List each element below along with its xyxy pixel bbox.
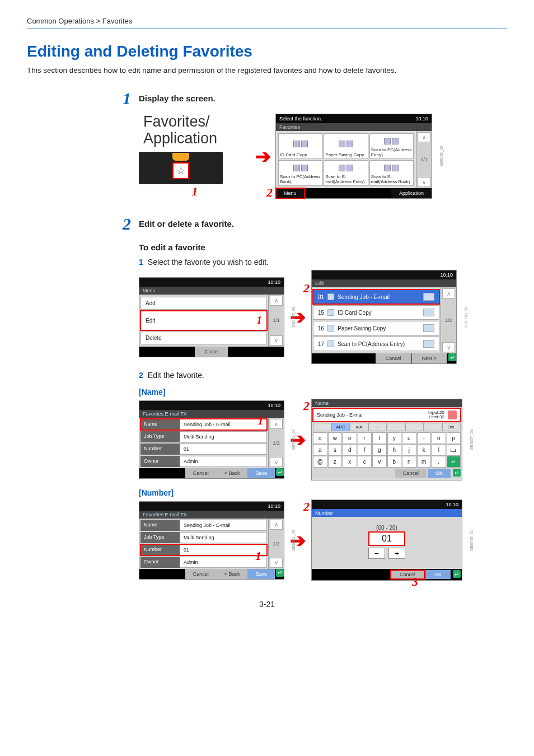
substep-2-text: Edit the favorite.	[148, 371, 204, 380]
scroll-down-icon[interactable]: ∨	[442, 342, 455, 352]
mode-blank2[interactable]	[405, 423, 424, 431]
scroll-down-icon[interactable]: ∨	[418, 177, 430, 187]
clear-icon[interactable]	[448, 410, 457, 419]
key-d[interactable]: d	[343, 444, 357, 456]
next-button[interactable]: Next >	[412, 353, 447, 363]
tile-scan-email-entry[interactable]: Scan to E-mail(Address Entry)	[324, 160, 368, 186]
edit-row-15[interactable]: 15ID Card Copy	[313, 305, 439, 320]
tile-scan-pc-book[interactable]: Scan to PC(Address Book)	[278, 160, 322, 186]
enter-icon: ↵	[453, 570, 461, 578]
key-n[interactable]: n	[402, 456, 416, 468]
key-h[interactable]: h	[387, 444, 402, 456]
application-button[interactable]: Application	[391, 188, 432, 198]
key-enter[interactable]: ↵	[447, 456, 461, 468]
menu-edit[interactable]: Edit1	[140, 311, 267, 330]
kb-input-row[interactable]: Sending Job - E-mail Input:20Limit:32	[313, 408, 461, 422]
kb-limit: Input:20Limit:32	[428, 410, 444, 419]
key-l[interactable]: l	[432, 444, 446, 456]
key-y[interactable]: y	[387, 432, 402, 444]
mode-right[interactable]: →	[387, 423, 405, 431]
key-q[interactable]: q	[313, 432, 327, 444]
scan-icon	[327, 340, 334, 347]
key-dot[interactable]: .	[432, 456, 446, 468]
edit-subbar: Edit	[312, 279, 456, 287]
mode-left[interactable]: ←	[368, 423, 387, 431]
mode-blank3[interactable]	[424, 423, 442, 431]
save-button[interactable]: Save	[247, 569, 275, 579]
plus-button[interactable]: +	[388, 548, 405, 559]
key-g[interactable]: g	[372, 444, 387, 456]
cancel-button[interactable]: Cancel	[185, 569, 217, 579]
tile-scan-email-book[interactable]: Scan to E-mail(Address Book)	[369, 160, 414, 186]
edit-row-01[interactable]: 01Sending Job - E-mail	[313, 290, 439, 304]
key-i[interactable]: i	[417, 432, 432, 444]
figure-id: GB0057_02	[470, 429, 474, 450]
num-display[interactable]: 01	[369, 532, 405, 545]
edit-row-16[interactable]: 16Paper Saving Copy	[313, 321, 439, 335]
key-p[interactable]: p	[447, 432, 461, 444]
key-o[interactable]: o	[432, 432, 446, 444]
num-ok-button[interactable]: OK	[425, 570, 451, 579]
key-x[interactable]: x	[343, 456, 357, 468]
key-f[interactable]: f	[358, 444, 372, 456]
back-button[interactable]: < Back	[217, 468, 248, 478]
kb-ok-button[interactable]: OK	[428, 469, 451, 478]
key-r[interactable]: r	[358, 432, 372, 444]
key-k[interactable]: k	[417, 444, 432, 456]
key-m[interactable]: m	[417, 456, 432, 468]
enter-icon: ↵	[448, 353, 456, 361]
kb-cancel-button[interactable]: Cancel	[395, 469, 427, 478]
scroll-up-icon[interactable]: ∧	[442, 288, 455, 298]
key-c[interactable]: c	[358, 456, 372, 468]
key-s[interactable]: s	[328, 444, 343, 456]
scroll-down-icon[interactable]: ∨	[270, 335, 283, 346]
tile-id-card-copy[interactable]: ID Card Copy	[278, 133, 322, 159]
prop-row-name[interactable]: NameSending Job - E-mail	[140, 520, 267, 531]
time: 10:10	[268, 279, 280, 285]
key-a[interactable]: a	[313, 444, 327, 456]
key-v[interactable]: v	[372, 456, 387, 468]
prop-row-jobtype[interactable]: Job TypeMulti Sending	[140, 532, 267, 543]
key-j[interactable]: j	[402, 444, 416, 456]
scroll-down-icon[interactable]: ∨	[270, 457, 283, 467]
scroll-up-icon[interactable]: ∧	[270, 419, 283, 429]
menu-delete[interactable]: Delete	[140, 332, 267, 344]
mode-abc[interactable]: ABC	[331, 423, 350, 431]
key-at[interactable]: @	[313, 456, 327, 468]
scroll-down-icon[interactable]: ∨	[270, 558, 283, 568]
key-e[interactable]: e	[343, 432, 357, 444]
tile-scan-pc-entry[interactable]: Scan to PC(Address Entry)	[369, 133, 414, 159]
prop-row-name[interactable]: NameSending Job - E-mail	[140, 419, 267, 430]
mode-blank[interactable]	[313, 423, 331, 431]
favorites-hw-button[interactable]: ☆	[173, 163, 189, 179]
tile-paper-saving-copy[interactable]: Paper Saving Copy	[324, 133, 368, 159]
num-cancel-button[interactable]: Cancel	[391, 570, 424, 579]
cancel-button[interactable]: Cancel	[185, 468, 217, 478]
mode-case[interactable]: a/A	[350, 423, 368, 431]
prop-row-number[interactable]: Number01	[140, 544, 267, 556]
save-button[interactable]: Save	[247, 468, 275, 478]
key-b[interactable]: b	[387, 456, 402, 468]
prop-row-owner[interactable]: OwnerAdmin	[140, 456, 267, 467]
prop-row-number[interactable]: Number01	[140, 444, 267, 455]
scroll-up-icon[interactable]: ∧	[270, 520, 283, 530]
close-button[interactable]: Close	[195, 347, 228, 357]
menu-add[interactable]: Add	[140, 297, 267, 310]
callout-2: 2	[303, 281, 310, 296]
prop-row-jobtype[interactable]: Job TypeMulti Sending	[140, 431, 267, 442]
back-button[interactable]: < Back	[217, 569, 248, 579]
edit-row-17[interactable]: 17Scan to PC(Address Entry)	[313, 337, 439, 351]
scroll-up-icon[interactable]: ∧	[270, 296, 283, 306]
cancel-button[interactable]: Cancel	[376, 353, 412, 363]
key-u[interactable]: u	[402, 432, 416, 444]
minus-button[interactable]: −	[368, 548, 385, 559]
key-space[interactable]: ⌴	[447, 444, 461, 456]
key-w[interactable]: w	[328, 432, 343, 444]
email-icon	[327, 293, 334, 300]
mode-del[interactable]: Del.	[442, 423, 461, 431]
prop-row-owner[interactable]: OwnerAdmin	[140, 557, 267, 568]
key-z[interactable]: z	[328, 456, 343, 468]
scroll-up-icon[interactable]: ∧	[418, 132, 430, 142]
key-t[interactable]: t	[372, 432, 387, 444]
menu-button[interactable]: Menu	[276, 188, 305, 198]
